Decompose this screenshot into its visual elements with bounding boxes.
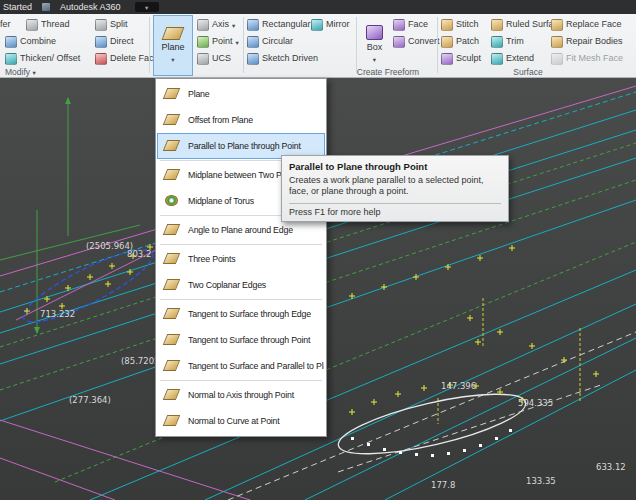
three-points-icon [161, 249, 183, 269]
a360-icon [42, 3, 50, 11]
stitch-button[interactable]: Stitch [441, 17, 479, 32]
menu-item-plane[interactable]: Plane [157, 81, 325, 107]
menu-item-label: Angle to Plane around Edge [188, 225, 293, 235]
create-freeform-group-label[interactable]: Create Freeform [338, 67, 438, 77]
combine-label: Combine [20, 34, 56, 49]
group-separator [243, 17, 244, 73]
tooltip-title: Parallel to Plane through Point [289, 161, 501, 172]
sketch-driven-button[interactable]: Sketch Driven [247, 51, 318, 66]
split-button[interactable]: Split [95, 17, 128, 32]
coplanar-edges-icon [161, 275, 183, 295]
parallel-plane-icon [161, 136, 183, 156]
surface-group-label[interactable]: Surface [478, 67, 578, 77]
trim-label: Trim [506, 34, 524, 49]
menu-item-label: Parallel to Plane through Point [188, 141, 301, 151]
menu-item-label: Two Coplanar Edges [188, 280, 266, 290]
plane-button[interactable]: Plane [153, 15, 193, 76]
surface-group-text: Surface [513, 67, 542, 77]
group-separator [356, 17, 357, 73]
menu-item-two-coplanar-edges[interactable]: Two Coplanar Edges [157, 272, 325, 298]
menu-separator [160, 380, 322, 381]
mirror-label: Mirror [326, 17, 350, 32]
extend-icon [491, 53, 503, 65]
plane-icon [161, 84, 183, 104]
sketch-driven-label: Sketch Driven [262, 51, 318, 66]
menu-item-label: Offset from Plane [188, 115, 253, 125]
convert-icon [393, 36, 405, 48]
split-label: Split [110, 17, 128, 32]
box-button[interactable]: Box [359, 15, 390, 73]
extend-label: Extend [506, 51, 534, 66]
menu-item-tangent-to-surface-through-point[interactable]: Tangent to Surface through Point [157, 327, 325, 353]
menu-item-tangent-to-surface-through-edge[interactable]: Tangent to Surface through Edge [157, 301, 325, 327]
tooltip-description: Creates a work plane parallel to a selec… [289, 175, 501, 198]
thread-icon [26, 19, 38, 31]
menu-item-label: Normal to Axis through Point [188, 390, 294, 400]
menu-item-three-points[interactable]: Three Points [157, 246, 325, 272]
menu-item-normal-to-axis-through-point[interactable]: Normal to Axis through Point [157, 382, 325, 408]
tooltip-divider [289, 203, 501, 204]
replace-face-icon [551, 19, 563, 31]
circular-pattern-icon [247, 36, 259, 48]
point-button[interactable]: Point [197, 34, 239, 49]
delete-face-label: Delete Face [110, 51, 159, 66]
point-label: Point [212, 34, 233, 49]
dimension-label: 133.35 [526, 476, 556, 486]
titlebar-menu-button[interactable] [135, 2, 159, 12]
ucs-button[interactable]: UCS [197, 51, 231, 66]
stitch-label: Stitch [456, 17, 479, 32]
axis-label: Axis [212, 17, 229, 32]
box-icon [366, 25, 383, 40]
thicken-offset-button[interactable]: Thicken/ Offset [5, 51, 80, 66]
application-window: Started Autodesk A360 fer Thread Combine… [0, 0, 636, 500]
split-icon [95, 19, 107, 31]
modify-group-label[interactable]: Modify [5, 67, 36, 77]
menu-item-tangent-to-surface-and-parallel-to-plane[interactable]: Tangent to Surface and Parallel to Plane [157, 353, 325, 379]
chevron-down-icon [236, 37, 239, 47]
sculpt-label: Sculpt [456, 51, 481, 66]
replace-face-button[interactable]: Replace Face [551, 17, 622, 32]
chamfer-button-partial[interactable]: fer [0, 17, 11, 32]
direct-icon [95, 36, 107, 48]
started-tab[interactable]: Started [3, 2, 32, 12]
convert-button[interactable]: Convert [393, 34, 440, 49]
menu-item-normal-to-curve-at-point[interactable]: Normal to Curve at Point [157, 408, 325, 434]
chevron-down-icon [145, 2, 148, 12]
sculpt-icon [441, 53, 453, 65]
replace-face-label: Replace Face [566, 17, 622, 32]
app-title: Autodesk A360 [60, 2, 121, 12]
patch-button[interactable]: Patch [441, 34, 479, 49]
face-label: Face [408, 17, 428, 32]
sculpt-button[interactable]: Sculpt [441, 51, 481, 66]
thread-button[interactable]: Thread [26, 17, 70, 32]
rectangular-pattern-button[interactable]: Rectangular [247, 17, 311, 32]
midplane-icon [161, 165, 183, 185]
ruled-surface-icon [491, 19, 503, 31]
repair-bodies-button[interactable]: Repair Bodies [551, 34, 623, 49]
chevron-down-icon [171, 54, 174, 64]
trim-button[interactable]: Trim [491, 34, 524, 49]
circular-label: Circular [262, 34, 293, 49]
chevron-down-icon [232, 20, 235, 30]
modify-group-text: Modify [5, 67, 30, 77]
extend-button[interactable]: Extend [491, 51, 534, 66]
combine-button[interactable]: Combine [5, 34, 56, 49]
patch-icon [441, 36, 453, 48]
rectangular-pattern-icon [247, 19, 259, 31]
repair-bodies-icon [551, 36, 563, 48]
direct-button[interactable]: Direct [95, 34, 134, 49]
create-freeform-text: Create Freeform [357, 67, 419, 77]
menu-item-offset-from-plane[interactable]: Offset from Plane [157, 107, 325, 133]
sketch-driven-icon [247, 53, 259, 65]
dimension-label: 713.232 [40, 309, 75, 319]
circular-pattern-button[interactable]: Circular [247, 34, 293, 49]
fit-mesh-face-label: Fit Mesh Face [566, 51, 623, 66]
axis-button[interactable]: Axis [197, 17, 235, 32]
mirror-icon [311, 19, 323, 31]
mirror-button[interactable]: Mirror [311, 17, 350, 32]
tooltip-help-hint: Press F1 for more help [289, 207, 501, 217]
menu-item-label: Plane [188, 89, 210, 99]
plane-icon [162, 27, 185, 40]
menu-item-label: Midplane of Torus [188, 196, 254, 206]
face-button[interactable]: Face [393, 17, 428, 32]
